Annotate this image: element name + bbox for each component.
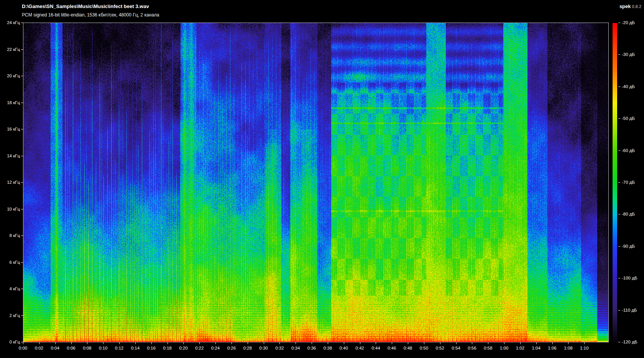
time-tick [408, 342, 408, 344]
time-tick-label: 0:50 [416, 346, 432, 350]
time-tick [440, 342, 440, 344]
time-tick-label: 0:48 [399, 346, 416, 350]
legend-tick [618, 54, 620, 55]
legend-tick-label: -50 дБ [622, 116, 635, 121]
time-tick [87, 342, 87, 344]
freq-tick [21, 103, 23, 103]
time-tick-label: 0:40 [335, 346, 352, 350]
time-tick [424, 342, 424, 344]
freq-tick-label: 20 кГц [0, 74, 20, 78]
time-tick [248, 342, 248, 344]
freq-tick-label: 14 кГц [0, 154, 20, 158]
freq-tick-label: 8 кГц [0, 233, 20, 238]
time-tick-label: 0:04 [47, 346, 64, 350]
time-tick-label: 1:06 [544, 346, 561, 350]
time-tick [135, 342, 136, 344]
legend-tick [618, 182, 620, 183]
freq-tick [21, 49, 23, 50]
time-tick [55, 342, 56, 344]
legend-tick-label: -60 дБ [622, 148, 635, 153]
freq-tick [21, 182, 23, 183]
time-tick [23, 342, 23, 344]
time-tick [456, 342, 457, 344]
app-name: spek [619, 3, 631, 9]
legend-tick-label: -40 дБ [622, 84, 635, 89]
time-tick-label: 0:36 [303, 346, 320, 350]
time-tick-label: 0:10 [95, 346, 112, 350]
file-path: D:\Games\SN_Samples\Music\Music\infect b… [22, 3, 149, 9]
freq-tick [21, 235, 23, 236]
legend-tick-label: -90 дБ [622, 244, 635, 248]
time-tick-label: 1:10 [576, 346, 593, 350]
time-tick-label: 1:08 [560, 346, 577, 350]
time-tick-label: 0:18 [159, 346, 176, 350]
freq-tick-label: 16 кГц [0, 127, 20, 131]
freq-tick [21, 209, 23, 209]
freq-tick-label: 10 кГц [0, 207, 20, 211]
freq-tick [21, 289, 23, 289]
time-tick [568, 342, 568, 344]
legend-gradient [613, 23, 617, 342]
time-tick [151, 342, 152, 344]
time-tick-label: 0:32 [271, 346, 288, 350]
freq-tick-label: 12 кГц [0, 180, 20, 185]
time-tick-label: 0:44 [367, 346, 384, 350]
freq-tick [21, 23, 23, 23]
legend-tick-label: -30 дБ [622, 52, 635, 57]
legend-tick-label: -110 дБ [622, 308, 637, 312]
time-tick [488, 342, 488, 344]
app-brand: spek0.8.2 [611, 3, 641, 9]
time-tick [168, 342, 168, 344]
time-tick [520, 342, 521, 344]
time-tick [552, 342, 553, 344]
time-tick [71, 342, 72, 344]
time-tick-label: 0:38 [319, 346, 336, 350]
time-tick [504, 342, 504, 344]
time-tick-label: 0:54 [448, 346, 465, 350]
time-tick [264, 342, 264, 344]
freq-tick-label: 0 кГц [0, 340, 20, 344]
time-tick [296, 342, 296, 344]
time-tick [279, 342, 280, 344]
time-tick-label: 0:30 [255, 346, 272, 350]
time-tick-label: 0:56 [463, 346, 480, 350]
time-tick [232, 342, 232, 344]
app-version: 0.8.2 [632, 4, 641, 9]
time-tick-label: 0:24 [207, 346, 224, 350]
time-tick [199, 342, 200, 344]
time-tick-label: 1:00 [496, 346, 513, 350]
time-tick-label: 0:02 [31, 346, 48, 350]
legend-tick-label: -20 дБ [622, 20, 635, 25]
format-info: PCM signed 16-bit little-endian, 1536 кб… [22, 12, 159, 18]
freq-tick [21, 156, 23, 156]
freq-tick [21, 76, 23, 76]
freq-tick [21, 315, 23, 316]
legend-tick-label: -70 дБ [622, 180, 635, 185]
time-tick [584, 342, 585, 344]
time-tick-label: 1:04 [528, 346, 545, 350]
time-tick-label: 0:14 [127, 346, 144, 350]
legend-tick [618, 23, 620, 23]
time-tick-label: 1:02 [512, 346, 529, 350]
time-tick [360, 342, 360, 344]
time-tick-label: 0:28 [239, 346, 256, 350]
time-tick-label: 0:20 [175, 346, 192, 350]
freq-tick-label: 4 кГц [0, 286, 20, 291]
time-tick [312, 342, 312, 344]
freq-tick-label: 6 кГц [0, 260, 20, 265]
spectrogram-canvas [23, 23, 608, 342]
legend-tick [618, 87, 620, 87]
freq-tick-label: 22 кГц [0, 47, 20, 52]
legend-tick [618, 278, 620, 278]
time-tick-label: 0:42 [352, 346, 368, 350]
legend-tick [618, 150, 620, 151]
time-tick-label: 0:00 [15, 346, 31, 350]
time-tick-label: 0:58 [480, 346, 496, 350]
freq-tick-label: 18 кГц [0, 100, 20, 105]
legend-tick [618, 118, 620, 119]
time-tick [344, 342, 344, 344]
time-tick [183, 342, 184, 344]
legend-tick-label: -100 дБ [622, 276, 637, 280]
time-tick-label: 0:52 [432, 346, 449, 350]
freq-tick-label: 2 кГц [0, 313, 20, 318]
